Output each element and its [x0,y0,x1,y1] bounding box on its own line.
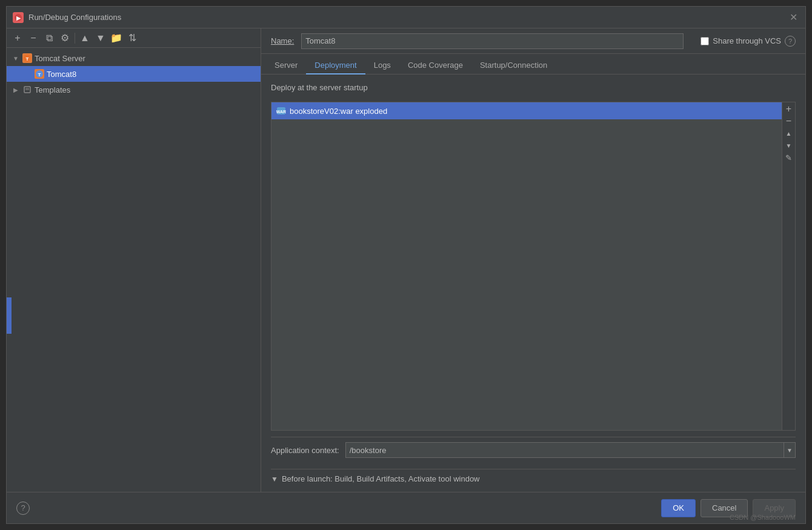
watermark: CSDN @ShadoooWM [730,514,796,521]
deploy-list[interactable]: WAR bookstoreV02:war exploded [271,102,782,431]
templates-label: Templates [35,85,70,94]
tree-arrow-templates: ▶ [12,85,20,94]
tree-group-tomcat-server[interactable]: ▼ T Tomcat Server [7,50,261,66]
close-button[interactable]: ✕ [787,12,799,24]
deployment-content: Deploy at the server startup WAR booksto… [261,75,805,492]
remove-config-button[interactable]: − [26,31,41,45]
left-side-decoration [7,297,12,334]
share-checkbox[interactable] [701,37,709,45]
templates-icon [22,85,32,94]
context-input[interactable] [345,442,784,458]
ok-button[interactable]: OK [661,499,696,517]
left-panel: + − ⧉ ⚙ ▲ ▼ 📁 ⇅ ▼ T Tomcat Server [7,28,261,492]
tree-arrow-tomcat8 [24,70,32,78]
run-debug-dialog: ▶ Run/Debug Configurations ✕ + − ⧉ ⚙ ▲ ▼… [6,6,806,524]
move-down-button[interactable]: ▼ [93,31,108,45]
help-button[interactable]: ? [16,502,30,515]
tab-server[interactable]: Server [266,57,306,75]
tree-item-templates[interactable]: ▶ Templates [7,82,261,98]
before-launch-label: Before launch: Build, Build Artifacts, A… [282,474,480,483]
folder-button[interactable]: 📁 [109,31,124,45]
tab-logs[interactable]: Logs [365,57,399,75]
share-label: Share through VCS [713,36,781,45]
context-row: Application context: ▼ [271,437,796,463]
tomcat-server-icon: T [22,53,32,63]
deploy-list-container: WAR bookstoreV02:war exploded + − ▲ ▼ ✎ [271,102,796,431]
tab-code-coverage[interactable]: Code Coverage [399,57,471,75]
tree-arrow-tomcat: ▼ [12,54,20,62]
dialog-body: + − ⧉ ⚙ ▲ ▼ 📁 ⇅ ▼ T Tomcat Server [7,28,805,492]
toolbar-divider-1 [75,33,75,44]
context-input-wrapper: ▼ [345,442,796,458]
tabs-bar: Server Deployment Logs Code Coverage Sta… [261,54,805,75]
svg-text:T: T [38,72,41,78]
right-panel: Name: Share through VCS ? Server Deploym… [261,28,805,492]
share-help-icon[interactable]: ? [785,36,796,47]
context-dropdown-button[interactable]: ▼ [784,442,796,458]
dialog-footer: ? OK Cancel Apply [7,492,805,523]
copy-config-button[interactable]: ⧉ [42,31,56,45]
name-label: Name: [271,36,294,45]
tomcat8-label: Tomcat8 [47,70,76,79]
deploy-item-label: bookstoreV02:war exploded [290,107,387,116]
svg-text:T: T [26,56,29,62]
name-row: Name: Share through VCS ? [261,28,805,54]
before-launch-section: ▼ Before launch: Build, Build Artifacts,… [271,469,796,483]
tree-item-tomcat8[interactable]: T Tomcat8 [7,66,261,82]
deploy-section-label: Deploy at the server startup [271,83,796,92]
list-move-down-button[interactable]: ▼ [784,140,794,151]
title-bar: ▶ Run/Debug Configurations ✕ [7,7,805,28]
sort-button[interactable]: ⇅ [125,31,139,45]
share-row: Share through VCS ? [701,36,796,47]
left-toolbar: + − ⧉ ⚙ ▲ ▼ 📁 ⇅ [7,28,261,48]
list-edit-button[interactable]: ✎ [784,152,794,163]
tomcat8-icon: T [35,69,44,79]
add-config-button[interactable]: + [10,31,25,45]
war-icon: WAR [276,106,286,116]
tab-startup-connection[interactable]: Startup/Connection [471,57,556,75]
tomcat-server-label: Tomcat Server [35,54,85,63]
config-tree: ▼ T Tomcat Server T Tomcat8 ▶ [7,48,261,492]
list-sidebar: + − ▲ ▼ ✎ [782,102,796,431]
deploy-item[interactable]: WAR bookstoreV02:war exploded [271,102,782,119]
list-move-up-button[interactable]: ▲ [784,128,794,139]
tab-deployment[interactable]: Deployment [306,57,365,75]
list-remove-button[interactable]: − [784,116,794,127]
app-icon: ▶ [13,12,24,23]
name-input[interactable] [301,33,684,49]
dialog-title: Run/Debug Configurations [28,13,782,22]
footer-left: ? [16,502,30,515]
svg-text:WAR: WAR [276,110,286,114]
settings-button[interactable]: ⚙ [58,31,72,45]
before-launch-arrow: ▼ [271,475,278,483]
context-label: Application context: [271,446,339,455]
before-launch-header[interactable]: ▼ Before launch: Build, Build Artifacts,… [271,474,796,483]
svg-text:▶: ▶ [16,15,21,21]
move-up-button[interactable]: ▲ [78,31,92,45]
list-add-button[interactable]: + [784,104,794,114]
